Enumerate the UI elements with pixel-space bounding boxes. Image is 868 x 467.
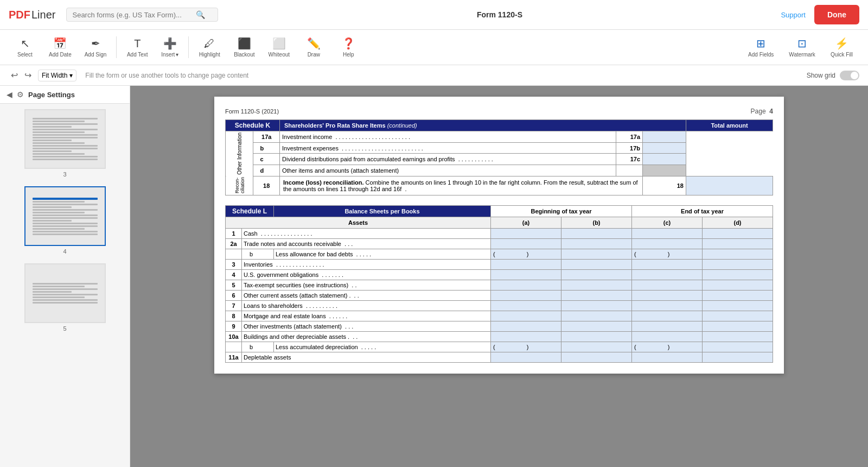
row-1-col-b[interactable] [561,228,632,238]
zoom-selector[interactable]: Fit Width ▾ [38,70,76,81]
row-2b-col-d[interactable] [703,249,773,259]
search-bar[interactable]: 🔍 [66,8,218,22]
schedule-l-label: Schedule L [226,205,274,217]
row-3-col-c[interactable] [632,259,703,269]
row-6-col-a[interactable] [491,290,561,300]
row-4-col-a[interactable] [491,269,561,280]
row-2a-col-c[interactable] [632,238,703,249]
row-9-col-a[interactable] [491,321,561,331]
row-2a-col-a[interactable] [491,238,561,249]
header-right: Support Done [781,5,859,24]
add-date-button[interactable]: 📅 Add Date [43,34,77,61]
support-link[interactable]: Support [781,11,806,19]
row-7-col-a[interactable] [491,300,561,311]
row-7-col-d[interactable] [703,300,773,311]
draw-button[interactable]: ✏️ Draw [297,34,330,61]
row-1-num: 1 [226,228,242,238]
row-11a-col-b[interactable] [561,352,632,362]
row-5-col-b[interactable] [561,280,632,290]
add-sign-button[interactable]: ✒ Add Sign [79,34,112,61]
row-8-label: Mortgage and real estate loans . . . . .… [242,311,491,321]
row-3-col-b[interactable] [561,259,632,269]
add-fields-label: Add Fields [748,52,774,58]
page-number-label: Page 4 [751,108,773,115]
row-1-col-c[interactable] [632,228,703,238]
pdf-viewer[interactable]: Form 1120-S (2021) Page 4 Schedule K Sha… [130,86,868,467]
row-18-data[interactable] [686,176,773,195]
row-10a-col-a[interactable] [491,331,561,342]
row-2b-col-a[interactable]: ( ) [491,249,561,259]
row-8-col-a[interactable] [491,311,561,321]
redo-button[interactable]: ↪ [22,69,34,81]
row-4-col-b[interactable] [561,269,632,280]
row-1-col-d[interactable] [703,228,773,238]
watermark-button[interactable]: ⊡ Watermark [782,34,822,61]
add-text-button[interactable]: T Add Text [121,34,154,61]
row-1-col-a[interactable] [491,228,561,238]
row-7-col-c[interactable] [632,300,703,311]
row-10b-col-a[interactable]: ( ) [491,342,561,352]
row-11a-col-d[interactable] [703,352,773,362]
row-7-col-b[interactable] [561,300,632,311]
row-2a-col-d[interactable] [703,238,773,249]
help-button[interactable]: ❓ Help [332,34,365,61]
row-2b-col-b[interactable] [561,249,632,259]
row-17c-code: c [253,154,280,165]
row-6-col-d[interactable] [703,290,773,300]
row-10b-col-c[interactable]: ( ) [632,342,703,352]
row-2a-col-b[interactable] [561,238,632,249]
row-3-col-a[interactable] [491,259,561,269]
row-8-col-d[interactable] [703,311,773,321]
row-9-col-d[interactable] [703,321,773,331]
row-8-col-b[interactable] [561,311,632,321]
row-9-col-b[interactable] [561,321,632,331]
help-label: Help [343,52,354,58]
row-10a-col-c[interactable] [632,331,703,342]
row-11a-col-a[interactable] [491,352,561,362]
watermark-icon: ⊡ [797,37,807,50]
row-8-col-c[interactable] [632,311,703,321]
page-thumb-4[interactable]: 4 [5,186,124,255]
row-9-label: Other investments (attach statement) . .… [242,321,491,331]
row-5-col-a[interactable] [491,280,561,290]
show-grid-toggle[interactable] [840,71,859,80]
row-10a-col-b[interactable] [561,331,632,342]
highlight-button[interactable]: 🖊 Highlight [193,34,226,61]
row-17a-data[interactable] [643,131,686,143]
row-6-num: 6 [226,290,242,300]
total-amount-header: Total amount [686,120,773,131]
row-3-col-d[interactable] [703,259,773,269]
row-5-col-c[interactable] [632,280,703,290]
row-4-col-d[interactable] [703,269,773,280]
row-2a-num: 2a [226,238,242,249]
row-2b-col-c[interactable]: ( ) [632,249,703,259]
insert-button[interactable]: ➕ Insert ▾ [156,34,184,61]
row-6-col-c[interactable] [632,290,703,300]
row-5-col-d[interactable] [703,280,773,290]
page-settings-icon: ⚙ [17,90,24,99]
hint-text: Fill the form or use another tools to ch… [85,72,248,79]
row-17b-data[interactable] [643,142,686,154]
search-input[interactable] [72,11,192,19]
done-button[interactable]: Done [814,5,859,24]
sidebar-toggle-button[interactable]: ◀ [7,90,12,99]
page-thumb-5[interactable]: 5 [5,263,124,332]
undo-button[interactable]: ↩ [9,69,20,81]
row-11a-col-c[interactable] [632,352,703,362]
quick-fill-button[interactable]: ⚡ Quick Fill [824,34,859,61]
row-10b-col-d[interactable] [703,342,773,352]
row-4-col-c[interactable] [632,269,703,280]
row-6-col-b[interactable] [561,290,632,300]
sign-icon: ✒ [91,37,100,50]
add-fields-button[interactable]: ⊞ Add Fields [742,34,780,61]
row-17c-data[interactable] [643,154,686,165]
select-tool-button[interactable]: ↖ Select [9,34,41,61]
row-10a-col-d[interactable] [703,331,773,342]
blackout-button[interactable]: ⬛ Blackout [228,34,260,61]
row-9-col-c[interactable] [632,321,703,331]
whiteout-button[interactable]: ⬜ Whiteout [263,34,295,61]
page-thumb-3[interactable]: 3 [5,109,124,178]
assets-header: Assets [226,217,491,228]
toolbar: ↖ Select 📅 Add Date ✒ Add Sign T Add Tex… [0,30,868,65]
row-10b-col-b[interactable] [561,342,632,352]
